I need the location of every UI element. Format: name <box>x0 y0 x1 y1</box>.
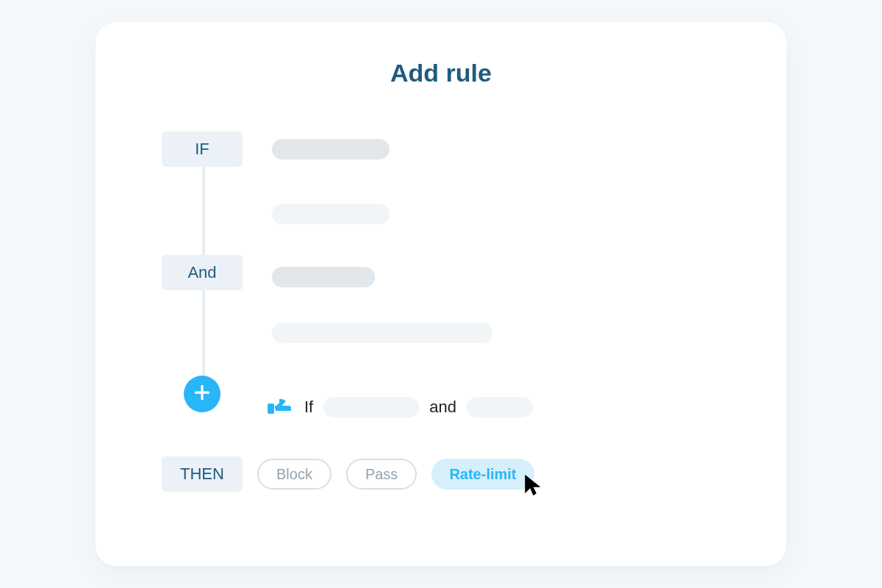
summary-if-label: If <box>304 398 313 417</box>
action-rate-limit-button[interactable]: Rate-limit <box>431 459 534 490</box>
action-block-button[interactable]: Block <box>257 459 331 490</box>
condition-field-placeholder[interactable] <box>272 267 375 287</box>
pointing-hand-icon <box>265 395 294 420</box>
add-condition-button[interactable] <box>184 376 220 412</box>
add-rule-card: Add rule IF And <box>96 22 786 566</box>
condition-row <box>272 323 720 343</box>
plus-icon <box>193 383 212 405</box>
condition-row <box>272 204 720 224</box>
then-badge: THEN <box>162 456 243 492</box>
condition-value-placeholder[interactable] <box>272 204 390 224</box>
if-badge: IF <box>162 132 243 167</box>
summary-and-label: and <box>429 398 456 417</box>
summary-placeholder <box>467 397 533 417</box>
condition-field-placeholder[interactable] <box>272 139 390 159</box>
and-badge: And <box>162 255 243 290</box>
condition-row <box>272 259 720 287</box>
condition-row <box>272 132 720 159</box>
summary-placeholder <box>323 397 419 417</box>
svg-rect-2 <box>268 404 274 414</box>
condition-value-placeholder[interactable] <box>272 323 492 343</box>
rule-summary: If and <box>265 395 720 420</box>
card-title: Add rule <box>162 59 720 87</box>
conditions-area: IF And <box>162 132 720 420</box>
then-row: THEN Block Pass Rate-limit <box>162 456 720 492</box>
action-pass-button[interactable]: Pass <box>346 459 417 490</box>
